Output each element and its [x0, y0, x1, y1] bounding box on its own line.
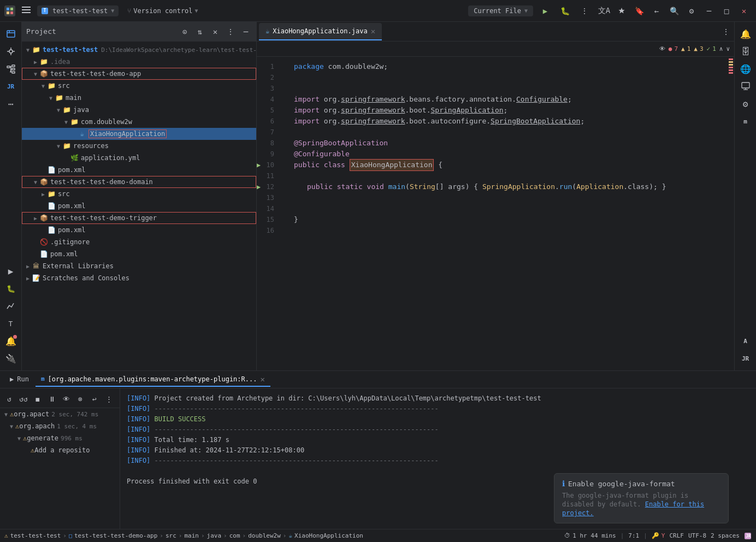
tab-close-button[interactable]: ✕	[371, 27, 375, 36]
stop-button[interactable]: ◼	[32, 393, 44, 405]
sidebar-item-text[interactable]: T	[3, 316, 19, 331]
status-item-line-ending[interactable]: CRLF	[669, 532, 684, 539]
split-editor-button[interactable]: ⋮	[720, 26, 732, 38]
run-button[interactable]: ▶	[538, 3, 553, 19]
more-panel-options-button[interactable]: ⋮	[225, 26, 237, 38]
bottom-tab-maven-close[interactable]: ✕	[260, 375, 264, 384]
bookmark-icon-button[interactable]: 🔖	[631, 3, 647, 19]
warning-count-badge[interactable]: ▲1	[681, 45, 690, 52]
dump-threads-button[interactable]: ⊗	[74, 393, 86, 405]
settings-icon-button[interactable]: ⚙	[684, 3, 699, 19]
status-item-module[interactable]: □ test-test-test-demo-app	[69, 532, 157, 539]
tab-xiaohong[interactable]: ☕ XiaoHongApplication.java ✕	[259, 23, 382, 40]
bottom-tab-maven[interactable]: m [org.apache.maven.plugins:maven-archet…	[36, 373, 270, 387]
status-item-time[interactable]: ⏱ 1 hr 44 mins	[564, 532, 616, 539]
tree-item-xiaohong[interactable]: ☕ XiaoHongApplication	[22, 128, 256, 140]
tree-item-demo-domain[interactable]: ▼ 📦 test-test-test-demo-domain	[22, 176, 256, 188]
sidebar-item-jr[interactable]: JR	[3, 79, 19, 94]
right-sidebar-translate[interactable]: A	[738, 333, 753, 349]
close-button[interactable]: ✕	[736, 3, 752, 19]
right-sidebar-tools[interactable]: ⚙	[738, 96, 753, 111]
version-control-button[interactable]: ⑂ Version control ▼	[123, 5, 202, 16]
hint-count-badge[interactable]: ▲3	[694, 45, 703, 52]
status-item-indent[interactable]: 2 spaces	[711, 532, 740, 539]
minimize-button[interactable]: ─	[701, 3, 717, 19]
sidebar-item-structure[interactable]	[3, 61, 19, 76]
nav-down-button[interactable]: ∨	[726, 45, 730, 52]
rerun-button[interactable]: ↺	[3, 393, 15, 405]
tree-item-pom-root[interactable]: 📄 pom.xml	[22, 248, 256, 260]
ai-icon-button[interactable]	[614, 3, 629, 19]
tree-item-scratches[interactable]: ▶ 📝 Scratches and Consoles	[22, 272, 256, 284]
sidebar-item-profiler[interactable]	[3, 298, 19, 314]
tree-item-demo-trigger[interactable]: ▶ 📦 test-test-test-demo-trigger	[22, 212, 256, 224]
status-item-file[interactable]: ☕ XiaoHongApplication	[288, 532, 363, 539]
error-count-badge[interactable]: ●7	[669, 45, 678, 52]
rerun-failed-button[interactable]: ↺↺	[17, 393, 29, 405]
eye-output-button[interactable]: 👁	[60, 393, 72, 405]
status-item-com[interactable]: com	[229, 532, 240, 539]
status-item-doublew2w[interactable]: doublew2w	[248, 532, 281, 539]
debug-button[interactable]: 🐛	[557, 3, 572, 19]
bottom-tab-run[interactable]: ▶ Run	[4, 373, 34, 386]
build-tree-item-add-repo[interactable]: ⚠ Add a reposito	[0, 444, 120, 456]
tree-item-pom-app[interactable]: 📄 pom.xml	[22, 164, 256, 176]
status-item-position[interactable]: 7:1	[628, 532, 639, 539]
sidebar-item-more[interactable]: ⋯	[3, 96, 19, 111]
right-sidebar-ui[interactable]	[738, 79, 753, 94]
translate-icon-button[interactable]: 文A	[596, 3, 612, 19]
right-sidebar-database[interactable]: 🗄	[738, 44, 753, 59]
run-gutter-icon-line12[interactable]: ▶	[257, 183, 261, 191]
pause-button[interactable]: ⏸	[46, 393, 58, 405]
status-item-charset[interactable]: UTF-8	[688, 532, 706, 539]
more-run-options-button[interactable]: ⋮	[577, 3, 592, 19]
run-gutter-icon-line10[interactable]: ▶	[257, 161, 261, 169]
right-sidebar-maven[interactable]: m	[738, 114, 753, 129]
search-icon-button[interactable]: 🔍	[666, 3, 682, 19]
status-item-plugin-icon[interactable]: JR	[744, 532, 752, 540]
locate-file-button[interactable]: ⊙	[179, 26, 191, 38]
menu-button[interactable]	[20, 3, 33, 19]
build-tree-item-root[interactable]: ▼ ⚠ org.apact 2 sec, 742 ms	[0, 408, 120, 420]
wrap-button[interactable]: ↩	[88, 393, 101, 405]
minimize-panel-button[interactable]: ─	[240, 26, 252, 38]
sidebar-item-debug[interactable]: 🐛	[3, 281, 19, 296]
sidebar-item-project[interactable]	[3, 26, 19, 42]
tree-item-idea[interactable]: ▶ 📁 .idea	[22, 56, 256, 68]
tree-item-application-yml[interactable]: 🌿 application.yml	[22, 152, 256, 164]
ok-count-badge[interactable]: ✓1	[707, 45, 716, 52]
tree-item-demo-app[interactable]: ▼ 📦 test-test-test-demo-app	[22, 68, 256, 80]
status-item-src[interactable]: src	[166, 532, 176, 539]
code-lines[interactable]: package com.doublew2w; import org.spring…	[290, 57, 727, 370]
back-icon-button[interactable]: ←	[649, 3, 664, 19]
sidebar-item-notifications[interactable]: 🔔	[3, 333, 19, 349]
expand-all-button[interactable]: ⇅	[194, 26, 206, 38]
right-sidebar-intellij[interactable]: JR	[738, 351, 753, 366]
status-item-project[interactable]: test-test-test	[10, 532, 61, 539]
right-sidebar-network[interactable]: 🌐	[738, 61, 753, 76]
tree-item-src[interactable]: ▼ 📁 src	[22, 80, 256, 92]
nav-up-button[interactable]: ∧	[719, 45, 723, 52]
tree-item-pom-domain[interactable]: 📄 pom.xml	[22, 200, 256, 212]
tree-item-external-libraries[interactable]: ▶ 🏛 External Libraries	[22, 260, 256, 272]
tree-item-src-domain[interactable]: ▶ 📁 src	[22, 188, 256, 200]
right-sidebar-notifications[interactable]: 🔔	[738, 26, 753, 42]
run-config-selector[interactable]: Current File ▼	[468, 5, 533, 16]
status-item-main[interactable]: main	[184, 532, 199, 539]
sidebar-item-plugins[interactable]: 🔌	[3, 351, 19, 366]
close-panel-button[interactable]: ✕	[209, 26, 221, 38]
tree-item-resources[interactable]: ▼ 📁 resources	[22, 140, 256, 152]
sidebar-item-commit[interactable]	[3, 44, 19, 59]
tree-item-root[interactable]: ▼ 📁 test-test-test D:\IdeaWorkSpace\arch…	[22, 44, 256, 56]
build-tree-item-generate[interactable]: ▼ ⚠ generate 996 ms	[0, 432, 120, 444]
status-item-java[interactable]: java	[207, 532, 222, 539]
tree-item-gitignore[interactable]: 🚫 .gitignore	[22, 236, 256, 248]
project-selector[interactable]: T test-test-test ▼	[37, 5, 119, 16]
more-output-button[interactable]: ⋮	[103, 393, 115, 405]
tree-item-package[interactable]: ▼ 📁 com.doublew2w	[22, 116, 256, 128]
build-tree-item-child1[interactable]: ▼ ⚠ org.apach 1 sec, 4 ms	[0, 420, 120, 432]
status-item-vcs[interactable]: 🔑 Y	[652, 532, 665, 539]
tree-item-java[interactable]: ▼ 📁 java	[22, 104, 256, 116]
eye-icon-button[interactable]: 👁	[659, 45, 665, 52]
maximize-button[interactable]: □	[719, 3, 734, 19]
